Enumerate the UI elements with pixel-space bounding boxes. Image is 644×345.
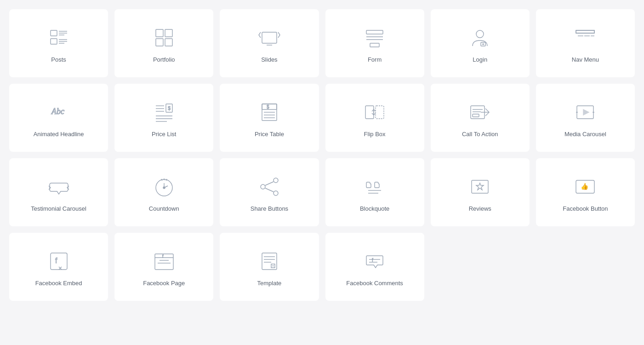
widget-card-posts[interactable]: Posts [9,9,108,77]
widget-label-testimonial-carousel: Testimonial Carousel [31,205,86,213]
svg-rect-10 [156,39,163,46]
facebook-comments-icon: f [363,249,387,273]
widget-card-form[interactable]: Form [325,9,424,77]
svg-text:$: $ [168,105,171,111]
template-icon [257,249,281,273]
widget-label-price-list: Price List [152,131,176,138]
svg-rect-20 [576,30,594,33]
svg-point-18 [476,30,484,38]
svg-point-63 [261,184,265,189]
svg-rect-43 [376,106,384,119]
widget-card-media-carousel[interactable]: Media Carousel [536,84,635,152]
svg-point-62 [274,191,278,196]
login-icon [468,26,492,50]
call-to-action-icon [468,100,492,124]
widget-label-facebook-page: Facebook Page [143,280,185,288]
svg-text:$: $ [267,104,269,109]
portfolio-icon [152,26,176,50]
animated-headline-icon: Abc [47,100,71,124]
svg-text:Abc: Abc [51,107,64,116]
widget-card-facebook-page[interactable]: fFacebook Page [114,233,213,301]
facebook-page-icon: f [152,249,176,273]
widget-label-share-buttons: Share Buttons [251,205,288,213]
widget-label-facebook-button: Facebook Button [563,205,608,213]
widget-card-blockquote[interactable]: Blockquote [325,158,424,226]
reviews-icon [468,175,492,199]
svg-rect-0 [51,30,57,36]
widget-label-facebook-embed: Facebook Embed [35,280,82,288]
widget-card-price-list[interactable]: $Price List [114,84,213,152]
widget-label-reviews: Reviews [469,205,491,213]
widget-label-portfolio: Portfolio [153,56,175,64]
widget-label-form: Form [368,56,382,64]
widget-card-portfolio[interactable]: Portfolio [114,9,213,77]
countdown-icon [152,175,176,199]
share-buttons-icon [257,175,281,199]
price-list-icon: $ [152,100,176,124]
svg-rect-12 [262,32,277,43]
posts-icon [47,26,71,50]
svg-point-60 [163,187,165,189]
widget-card-countdown[interactable]: Countdown [114,158,213,226]
form-icon [363,26,387,50]
widget-card-template[interactable]: Template [220,233,319,301]
widget-card-facebook-embed[interactable]: fFacebook Embed [9,233,108,301]
widget-card-flip-box[interactable]: Flip Box [325,84,424,152]
svg-rect-9 [165,29,172,37]
svg-marker-51 [583,109,589,115]
widget-card-facebook-button[interactable]: 👍Facebook Button [536,158,635,226]
svg-text:👍: 👍 [581,183,589,190]
svg-rect-14 [366,30,383,34]
widget-label-flip-box: Flip Box [364,131,386,138]
svg-line-56 [161,179,162,181]
svg-line-57 [166,179,167,181]
widget-grid: PostsPortfolioSlidesFormLoginNav MenuAbc… [9,9,635,301]
widget-label-slides: Slides [261,56,277,64]
widget-label-posts: Posts [51,56,66,64]
svg-rect-37 [262,104,277,109]
facebook-button-icon: 👍 [573,175,597,199]
widget-card-testimonial-carousel[interactable]: Testimonial Carousel [9,158,108,226]
svg-point-61 [274,178,278,183]
widget-card-animated-headline[interactable]: AbcAnimated Headline [9,84,108,152]
widget-label-login: Login [473,56,487,64]
widget-label-nav-menu: Nav Menu [572,56,599,64]
facebook-embed-icon: f [47,249,71,273]
widget-card-reviews[interactable]: Reviews [431,158,530,226]
svg-line-65 [265,188,274,192]
widget-card-login[interactable]: Login [431,9,530,77]
widget-card-facebook-comments[interactable]: fFacebook Comments [325,233,424,301]
svg-rect-8 [156,29,163,37]
price-table-icon: $ [257,100,281,124]
svg-rect-42 [365,106,374,119]
widget-label-blockquote: Blockquote [360,205,389,213]
widget-card-nav-menu[interactable]: Nav Menu [536,9,635,77]
widget-card-call-to-action[interactable]: Call To Action [431,84,530,152]
widget-label-price-table: Price Table [255,131,284,138]
widget-label-countdown: Countdown [149,205,179,213]
widget-label-facebook-comments: Facebook Comments [346,280,403,288]
nav-menu-icon [573,26,597,50]
svg-rect-17 [370,43,379,47]
svg-rect-11 [165,39,172,46]
widget-card-share-buttons[interactable]: Share Buttons [220,158,319,226]
svg-rect-48 [473,114,479,117]
widget-label-animated-headline: Animated Headline [34,131,84,138]
svg-line-64 [265,182,274,185]
svg-rect-75 [155,254,173,270]
flip-box-icon [363,100,387,124]
svg-rect-80 [262,253,277,270]
media-carousel-icon [573,100,597,124]
testimonial-carousel-icon [47,175,71,199]
svg-text:f: f [55,257,57,264]
widget-card-slides[interactable]: Slides [220,9,319,77]
widget-label-media-carousel: Media Carousel [564,131,606,138]
widget-card-price-table[interactable]: $Price Table [220,84,319,152]
svg-rect-23 [576,30,594,33]
blockquote-icon [363,175,387,199]
widget-label-call-to-action: Call To Action [462,131,498,138]
widget-label-template: Template [257,280,282,288]
slides-icon [257,26,281,50]
svg-rect-4 [51,39,57,44]
